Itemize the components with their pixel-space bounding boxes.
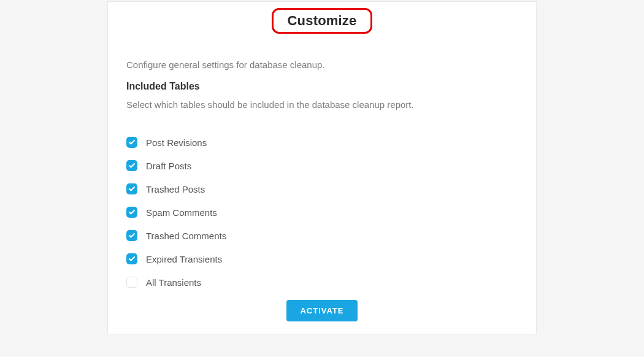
checkbox-label: Trashed Comments [146, 231, 226, 241]
checkbox-row[interactable]: Trashed Comments [126, 230, 226, 241]
header-highlight-box: Customize [272, 8, 372, 34]
activate-button[interactable]: ACTIVATE [286, 300, 357, 321]
checkbox[interactable] [126, 207, 137, 218]
checkbox[interactable] [126, 160, 137, 171]
checkbox-label: All Transients [146, 277, 201, 288]
section-subtext: Select which tables should be included i… [126, 99, 518, 110]
checkbox[interactable] [126, 253, 137, 264]
page-title: Customize [287, 13, 356, 29]
checkbox-label: Spam Comments [146, 207, 217, 218]
checkbox[interactable] [126, 277, 137, 288]
checkbox-row[interactable]: All Transients [126, 277, 201, 288]
header-wrap: Customize [108, 2, 536, 34]
checkbox-row[interactable]: Post Revisions [126, 137, 207, 148]
checkbox-label: Draft Posts [146, 161, 191, 171]
check-icon [128, 185, 136, 193]
checkbox-row[interactable]: Spam Comments [126, 207, 217, 218]
checkbox-label: Expired Transients [146, 254, 222, 264]
check-icon [128, 139, 136, 146]
checkbox[interactable] [126, 137, 137, 148]
footer: ACTIVATE [126, 300, 518, 321]
section-title: Included Tables [126, 81, 518, 92]
description-text: Configure general settings for database … [126, 60, 518, 70]
checkbox-row[interactable]: Trashed Posts [126, 183, 205, 194]
checkbox-label: Post Revisions [146, 137, 207, 148]
checkbox-row[interactable]: Expired Transients [126, 253, 222, 264]
check-icon [128, 232, 136, 239]
card-body: Configure general settings for database … [108, 60, 536, 321]
check-icon [128, 255, 136, 263]
checkbox[interactable] [126, 183, 137, 194]
included-tables-list: Post RevisionsDraft PostsTrashed PostsSp… [126, 137, 518, 288]
check-icon [128, 162, 136, 169]
checkbox-label: Trashed Posts [146, 184, 205, 194]
checkbox[interactable] [126, 230, 137, 241]
checkbox-row[interactable]: Draft Posts [126, 160, 191, 171]
settings-card: Customize Configure general settings for… [107, 1, 537, 334]
check-icon [128, 209, 136, 216]
